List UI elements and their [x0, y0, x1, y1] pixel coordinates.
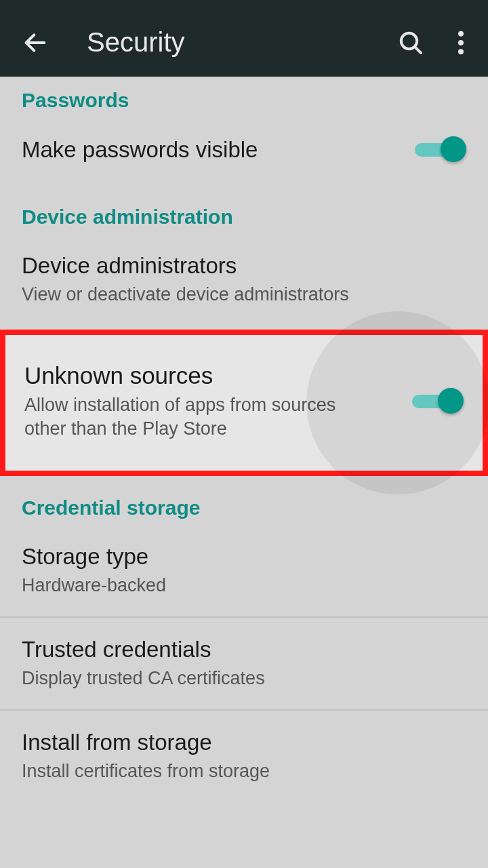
row-unknown-sources[interactable]: Unknown sources Allow installation of ap…	[5, 335, 483, 471]
toggle-unknown-sources[interactable]	[412, 388, 464, 415]
row-storage-type[interactable]: Storage type Hardware-backed	[0, 525, 488, 616]
row-trusted-credentials[interactable]: Trusted credentials Display trusted CA c…	[0, 618, 488, 709]
toggle-make-passwords-visible[interactable]	[415, 136, 466, 163]
arrow-back-icon	[22, 29, 49, 56]
row-subtitle: Allow installation of apps from sources …	[24, 393, 336, 441]
highlighted-unknown-sources: Unknown sources Allow installation of ap…	[0, 330, 488, 476]
row-install-from-storage[interactable]: Install from storage Install certificate…	[0, 711, 488, 802]
row-subtitle: Install certificates from storage	[22, 760, 466, 783]
more-vert-icon	[458, 29, 464, 56]
svg-line-2	[415, 46, 421, 52]
row-subtitle: View or deactivate device administrators	[22, 283, 466, 307]
toggle-knob	[441, 136, 466, 162]
page-title: Security	[87, 27, 373, 58]
search-button[interactable]	[394, 26, 427, 59]
row-subtitle: Hardware-backed	[22, 574, 466, 597]
app-bar: Security	[0, 0, 488, 85]
row-title: Unknown sources	[24, 362, 401, 389]
section-header-passwords: Passwords	[0, 77, 488, 117]
settings-list: Passwords Make passwords visible Device …	[0, 77, 488, 803]
row-subtitle: Display trusted CA certificates	[22, 667, 466, 690]
section-header-credential-storage: Credential storage	[0, 480, 488, 525]
row-title: Storage type	[22, 544, 466, 570]
search-icon	[397, 29, 424, 56]
svg-point-4	[458, 40, 464, 45]
row-device-administrators[interactable]: Device administrators View or deactivate…	[0, 234, 488, 326]
svg-point-5	[458, 49, 464, 54]
section-header-device-admin: Device administration	[0, 182, 488, 234]
back-button[interactable]	[19, 26, 52, 59]
toggle-knob	[438, 388, 464, 414]
row-title: Make passwords visible	[22, 137, 404, 163]
row-title: Install from storage	[22, 730, 466, 755]
row-title: Trusted credentials	[22, 637, 466, 663]
row-make-passwords-visible[interactable]: Make passwords visible	[0, 117, 488, 182]
svg-point-3	[458, 31, 464, 36]
overflow-menu-button[interactable]	[449, 26, 473, 59]
row-title: Device administrators	[22, 253, 466, 279]
